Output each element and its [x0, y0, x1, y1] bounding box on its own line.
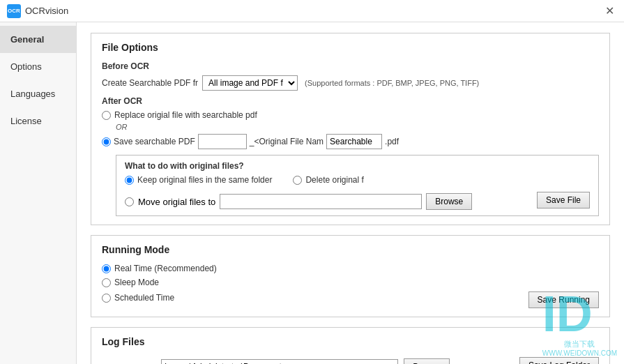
app-logo: OCR [7, 4, 21, 18]
keep-radio[interactable] [125, 176, 134, 185]
after-ocr-group: After OCR Replace origial file with sear… [102, 96, 599, 216]
before-ocr-group: Before OCR Create Searchable PDF fr All … [102, 61, 599, 91]
move-radio[interactable] [125, 197, 134, 206]
original-files-section: What to do with original files? Keep ori… [116, 155, 599, 216]
log-path-input[interactable] [161, 359, 398, 364]
scheduled-radio-row: Scheduled Time [102, 293, 174, 303]
or-label: OR [116, 123, 599, 131]
title-bar: OCR OCRvision ✕ [0, 0, 624, 22]
file-options-title: File Options [102, 42, 599, 53]
before-ocr-label: Before OCR [102, 61, 599, 71]
keep-radio-row: Keep original files in the same folder [125, 175, 272, 185]
scheduled-radio[interactable] [102, 294, 111, 303]
pdf-format-dropdown[interactable]: All image and PDF f [202, 75, 298, 91]
dot-pdf-label: .pdf [385, 137, 399, 146]
save-log-label: Save log files [102, 362, 155, 365]
sleep-radio-row: Sleep Mode [102, 278, 599, 287]
save-suffix-input[interactable] [326, 134, 382, 149]
log-files-section: Log Files Save log files Browse Save Log… [91, 327, 610, 364]
sidebar-item-languages[interactable]: Languages [0, 80, 76, 107]
move-path-input[interactable] [220, 194, 422, 209]
what-todo-label: What to do with original files? [125, 161, 590, 171]
sleep-radio[interactable] [102, 278, 111, 287]
move-radio-label[interactable]: Move origial files to [138, 197, 215, 207]
close-button[interactable]: ✕ [602, 6, 617, 17]
save-pdf-row: Save searchable PDF _<Original File Nam … [102, 134, 599, 149]
log-browse-button[interactable]: Browse [404, 358, 450, 364]
save-log-folder-button[interactable]: Save Log Folder [519, 357, 599, 364]
replace-radio-row: Replace origial file with searchable pdf [102, 110, 599, 120]
save-radio[interactable] [102, 137, 111, 146]
content-area: File Options Before OCR Create Searchabl… [77, 22, 624, 364]
supported-formats-text: (Supported formats : PDF, BMP, JPEG, PNG… [305, 79, 479, 87]
scheduled-label[interactable]: Scheduled Time [114, 293, 174, 303]
sidebar-item-general[interactable]: General [0, 26, 76, 53]
browse-button[interactable]: Browse [426, 193, 472, 210]
replace-radio[interactable] [102, 111, 111, 120]
after-ocr-label: After OCR [102, 96, 599, 106]
save-prefix-input[interactable] [198, 134, 247, 149]
original-filename-label: _<Original File Nam [250, 137, 324, 146]
log-files-title: Log Files [102, 336, 599, 347]
running-mode-title: Running Mode [102, 244, 599, 255]
file-options-section: File Options Before OCR Create Searchabl… [91, 33, 610, 225]
app-title: OCRvision [25, 6, 68, 16]
sidebar-item-options[interactable]: Options [0, 53, 76, 80]
sidebar-item-license[interactable]: License [0, 107, 76, 135]
title-bar-left: OCR OCRvision [7, 4, 68, 18]
create-pdf-label: Create Searchable PDF fr [102, 78, 198, 88]
delete-radio-row: Delete original f [293, 175, 363, 185]
log-files-row: Save log files Browse [102, 358, 450, 364]
sidebar: General Options Languages License [0, 22, 77, 364]
save-radio-label[interactable]: Save searchable PDF [114, 137, 195, 146]
replace-radio-label[interactable]: Replace origial file with searchable pdf [114, 110, 257, 120]
delete-radio-label[interactable]: Delete original f [305, 175, 363, 185]
main-layout: General Options Languages License File O… [0, 22, 624, 364]
delete-radio[interactable] [293, 176, 302, 185]
move-row: Move origial files to Browse [125, 193, 472, 210]
before-ocr-row: Create Searchable PDF fr All image and P… [102, 75, 599, 91]
realtime-label[interactable]: Real Time (Recommended) [114, 264, 217, 273]
sleep-label[interactable]: Sleep Mode [114, 278, 159, 287]
realtime-radio-row: Real Time (Recommended) [102, 264, 599, 273]
save-file-button[interactable]: Save File [537, 192, 590, 208]
running-mode-section: Running Mode Real Time (Recommended) Sle… [91, 235, 610, 317]
keep-delete-row: Keep original files in the same folder D… [125, 175, 590, 188]
save-running-button[interactable]: Save Running [528, 291, 599, 308]
keep-radio-label[interactable]: Keep original files in the same folder [137, 175, 272, 185]
realtime-radio[interactable] [102, 264, 111, 273]
